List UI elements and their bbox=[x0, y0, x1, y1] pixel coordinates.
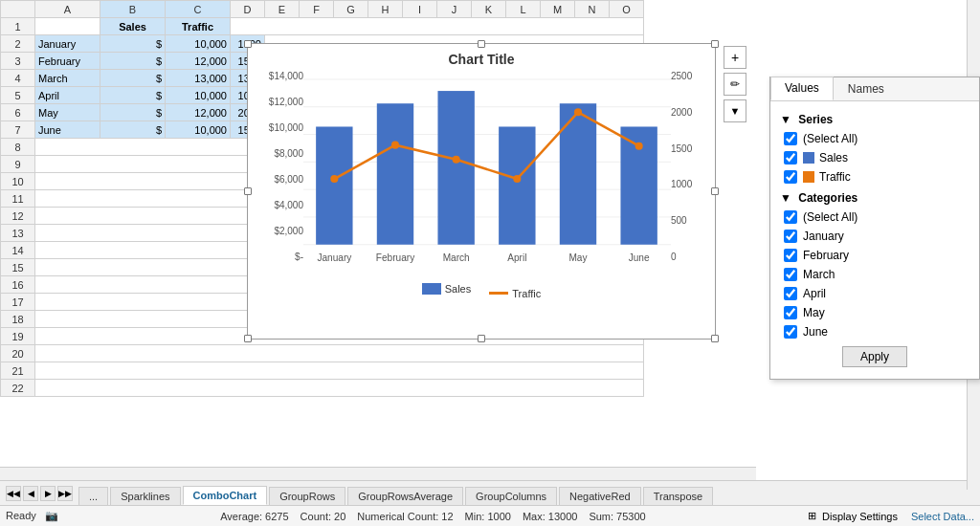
col-header-l[interactable]: L bbox=[506, 1, 541, 18]
cell-b6[interactable]: 12,000 bbox=[166, 104, 231, 121]
tab-names[interactable]: Names bbox=[834, 77, 899, 100]
table-row: 22 bbox=[1, 380, 644, 397]
cell-b5[interactable]: 10,000 bbox=[166, 87, 231, 104]
cell-b7-dollar[interactable]: $ bbox=[100, 121, 166, 139]
col-header-b[interactable]: B bbox=[100, 1, 166, 18]
handle-tc[interactable] bbox=[478, 40, 485, 48]
col-header-h[interactable]: H bbox=[368, 1, 403, 18]
col-header-m[interactable]: M bbox=[541, 1, 575, 18]
sheet-nav-next[interactable]: ▶ bbox=[40, 486, 56, 501]
checkbox-april[interactable] bbox=[784, 287, 797, 300]
handle-br[interactable] bbox=[711, 335, 719, 342]
cell-b2[interactable]: 10,000 bbox=[166, 35, 231, 53]
sheet-tab-grouprows[interactable]: GroupRows bbox=[269, 487, 345, 505]
cell-b4[interactable]: 13,000 bbox=[166, 70, 231, 87]
y-axis-right: 2500 2000 1500 1000 500 0 bbox=[671, 71, 705, 281]
row-header-3: 3 bbox=[1, 53, 35, 70]
bar-april bbox=[499, 126, 535, 244]
cell-a4[interactable]: March bbox=[35, 70, 100, 87]
cell-a2[interactable]: January bbox=[35, 35, 100, 53]
cell-b7[interactable]: 10,000 bbox=[166, 121, 231, 139]
sheet-tab-groupcolumns[interactable]: GroupColumns bbox=[465, 487, 557, 505]
checkbox-march[interactable] bbox=[784, 268, 797, 281]
col-header-f[interactable]: F bbox=[300, 1, 334, 18]
handle-tl[interactable] bbox=[244, 40, 252, 48]
traffic-dot bbox=[513, 175, 521, 183]
traffic-dot bbox=[330, 175, 338, 183]
chart-area[interactable]: Chart Title $14,000 $12,000 $10,000 $8,0… bbox=[247, 43, 716, 340]
sheet-tab-ellipsis[interactable]: ... bbox=[78, 487, 108, 505]
checkbox-january[interactable] bbox=[784, 230, 797, 243]
col-header-j[interactable]: J bbox=[437, 1, 472, 18]
filter-item-may: May bbox=[780, 304, 969, 321]
chart-filter-button[interactable]: ▼ bbox=[724, 99, 746, 122]
checkbox-traffic[interactable] bbox=[784, 170, 797, 184]
sheet-tab-grouprowsaverage[interactable]: GroupRowsAverage bbox=[347, 487, 463, 505]
chart-body: $14,000 $12,000 $10,000 $8,000 $6,000 $4… bbox=[248, 71, 715, 281]
apply-button[interactable]: Apply bbox=[842, 346, 907, 367]
categories-header: ▼ Categories bbox=[780, 191, 969, 205]
sheet-nav-prev-prev[interactable]: ◀◀ bbox=[6, 486, 21, 501]
col-header-i[interactable]: I bbox=[403, 1, 437, 18]
handle-bl[interactable] bbox=[244, 335, 252, 342]
sheet-tab-negativered[interactable]: NegativeRed bbox=[559, 487, 641, 505]
sheet-tab-transpose[interactable]: Transpose bbox=[643, 487, 714, 505]
february-label: February bbox=[803, 249, 849, 262]
checkbox-may[interactable] bbox=[784, 306, 797, 319]
cell-a6[interactable]: May bbox=[35, 104, 100, 121]
handle-mr[interactable] bbox=[711, 187, 719, 195]
categories-header-label: Categories bbox=[798, 191, 858, 205]
cell-b1[interactable]: Sales bbox=[100, 18, 166, 35]
chart-styles-button[interactable]: ✏ bbox=[724, 73, 746, 96]
traffic-series-label: Traffic bbox=[819, 170, 851, 184]
handle-ml[interactable] bbox=[244, 187, 252, 195]
handle-bc[interactable] bbox=[478, 335, 485, 342]
col-header-k[interactable]: K bbox=[472, 1, 506, 18]
stat-count: Count: 20 bbox=[301, 511, 346, 522]
filter-item-sales: Sales bbox=[780, 149, 969, 166]
legend-sales-color bbox=[422, 283, 441, 295]
cell-b5-dollar[interactable]: $ bbox=[100, 87, 166, 104]
cell-b6-dollar[interactable]: $ bbox=[100, 104, 166, 121]
checkbox-select-all-categories[interactable] bbox=[784, 210, 797, 224]
cell-c1[interactable]: Traffic bbox=[166, 18, 231, 35]
handle-tr[interactable] bbox=[711, 40, 719, 48]
col-header-g[interactable]: G bbox=[334, 1, 368, 18]
cell-b3[interactable]: 12,000 bbox=[166, 53, 231, 70]
col-header-n[interactable]: N bbox=[575, 1, 610, 18]
stat-numerical-count: Numerical Count: 12 bbox=[357, 511, 453, 522]
col-header-o[interactable]: O bbox=[610, 1, 644, 18]
cell-a1[interactable] bbox=[35, 18, 100, 35]
status-stats[interactable]: Average: 6275 Count: 20 Numerical Count:… bbox=[220, 511, 645, 522]
sheet-tab-combochart[interactable]: ComboChart bbox=[183, 486, 268, 505]
cell-b2-dollar[interactable]: $ bbox=[100, 35, 166, 53]
cell-b3-dollar[interactable]: $ bbox=[100, 53, 166, 70]
cell-a3[interactable]: February bbox=[35, 53, 100, 70]
select-all-categories-label: (Select All) bbox=[803, 210, 858, 224]
january-label: January bbox=[803, 230, 844, 243]
bar-january bbox=[316, 126, 352, 244]
svg-text:June: June bbox=[629, 252, 650, 263]
select-data-link[interactable]: Select Data... bbox=[911, 511, 974, 522]
cell-a5[interactable]: April bbox=[35, 87, 100, 104]
tab-values[interactable]: Values bbox=[770, 77, 834, 100]
row-header-7: 7 bbox=[1, 121, 35, 139]
checkbox-sales[interactable] bbox=[784, 151, 797, 164]
cell-a7[interactable]: June bbox=[35, 121, 100, 139]
sheet-tab-sparklines[interactable]: Sparklines bbox=[110, 487, 180, 505]
stat-max: Max: 13000 bbox=[523, 511, 577, 522]
col-header-c[interactable]: C bbox=[166, 1, 231, 18]
col-header-e[interactable]: E bbox=[265, 1, 300, 18]
checkbox-february[interactable] bbox=[784, 249, 797, 262]
cell-b4-dollar[interactable]: $ bbox=[100, 70, 166, 87]
checkbox-select-all-series[interactable] bbox=[784, 132, 797, 145]
col-header-d[interactable]: D bbox=[231, 1, 265, 18]
horizontal-scrollbar[interactable] bbox=[0, 467, 756, 480]
sheet-tabs: ◀◀ ◀ ▶ ▶▶ ... Sparklines ComboChart Grou… bbox=[0, 480, 980, 505]
checkbox-june[interactable] bbox=[784, 325, 797, 339]
add-element-button[interactable]: + bbox=[724, 46, 746, 69]
col-header-a[interactable]: A bbox=[35, 1, 100, 18]
sheet-nav: ◀◀ ◀ ▶ ▶▶ bbox=[6, 486, 73, 505]
sheet-nav-next-next[interactable]: ▶▶ bbox=[57, 486, 73, 501]
sheet-nav-prev[interactable]: ◀ bbox=[23, 486, 38, 501]
